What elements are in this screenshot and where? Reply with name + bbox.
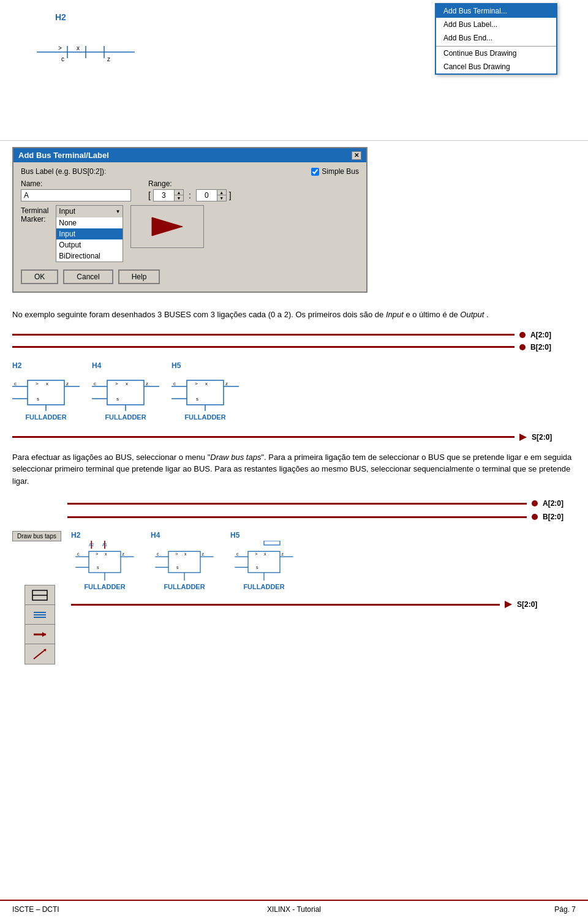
schematic-h5: H5 c > x z s FULLADDER [172, 361, 239, 421]
range-to-input[interactable] [196, 189, 217, 201]
h4-label: H4 [92, 361, 101, 370]
schematic-h4: H4 c > x z s FULLADDER [92, 361, 159, 421]
a-bus-dot [519, 332, 526, 338]
footer-right: Pág. 7 [554, 905, 576, 914]
bottom-h4-sublabel: FULLADDER [164, 583, 205, 590]
svg-text:z: z [225, 381, 228, 386]
name-group: Name: [21, 179, 131, 201]
b-bus-dot [519, 344, 526, 350]
option-none[interactable]: None [56, 217, 123, 228]
range-from-up[interactable]: ▲ [175, 190, 183, 195]
svg-text:x: x [264, 552, 266, 556]
draw-bus-taps-btn-label[interactable]: Draw bus taps [12, 531, 61, 541]
main-content: No exemplo seguinte foram desenhados 3 B… [0, 299, 588, 641]
bottom-section: A[2:0] B[2:0] [12, 499, 576, 619]
bottom-h5-svg: c > x z s [230, 541, 298, 581]
paragraph1-and: e o último é de [405, 310, 458, 319]
toolbar-btn-1[interactable] [25, 585, 55, 605]
range-from-buttons: ▲ ▼ [175, 189, 184, 201]
menu-item-add-bus-terminal[interactable]: Add Bus Terminal... [436, 4, 556, 18]
dialog-close-button[interactable]: ✕ [352, 151, 361, 160]
a-bus-line [12, 334, 514, 336]
paragraph1-text: No exemplo seguinte foram desenhados 3 B… [12, 310, 383, 319]
bottom-h4: H4 c > x z s FULL [151, 531, 218, 590]
simple-bus-checkbox[interactable] [311, 168, 319, 176]
schematic-h2: H2 c > x z s FULLADDER [12, 361, 80, 421]
name-input[interactable] [21, 189, 131, 201]
bottom-a-bus-row: A[2:0] [67, 499, 576, 508]
svg-text:z: z [202, 552, 205, 556]
vertical-toolbar: Draw bus taps [12, 531, 61, 541]
context-menu: Add Bus Terminal... Add Bus Label... Add… [435, 3, 557, 75]
a-bus-row: A[2:0] [12, 331, 576, 339]
range-display: [ ▲ ▼ : ▲ ▼ [148, 189, 232, 201]
svg-text:x: x [205, 381, 208, 386]
dialog-body: Bus Label (e.g. BUS[0:2]): Simple Bus Na… [13, 162, 366, 292]
svg-text:c: c [173, 381, 176, 386]
range-to-up[interactable]: ▲ [217, 190, 226, 195]
svg-text:>: > [195, 381, 198, 386]
toolbar-btn-4[interactable] [25, 644, 55, 664]
add-bus-terminal-dialog: Add Bus Terminal/Label ✕ Bus Label (e.g.… [12, 147, 368, 293]
top-bus-component-svg: > x c z [37, 24, 135, 73]
range-group: Range: [ ▲ ▼ : ▲ [148, 179, 232, 201]
svg-text:s: s [196, 396, 198, 402]
svg-text:s: s [256, 565, 258, 570]
toolbar-icon-4 [31, 647, 48, 661]
svg-text:s: s [37, 396, 39, 402]
a-bus-label: A[2:0] [530, 331, 551, 339]
toolbar-btn-2[interactable] [25, 605, 55, 625]
select-current[interactable]: Input ▼ [56, 206, 123, 217]
paragraph1-dot: . [486, 310, 489, 319]
range-from-spin: ▲ ▼ [153, 189, 184, 201]
close-bracket: ] [229, 190, 232, 200]
paragraph2: Para efectuar as ligações ao BUS, selecc… [12, 451, 576, 487]
select-box[interactable]: Input ▼ None Input Output BiDirectional [56, 205, 123, 262]
range-to-spin: ▲ ▼ [196, 189, 227, 201]
bottom-h4-label: H4 [151, 531, 160, 540]
h2-label-top: H2 [55, 12, 135, 22]
s-bus-arrow-icon [519, 434, 527, 441]
svg-rect-72 [264, 541, 280, 545]
toolbar-btn-3[interactable] [25, 625, 55, 644]
bottom-h5: H5 c > x z s [230, 531, 298, 590]
bottom-h2-label: H2 [71, 531, 80, 540]
menu-item-add-bus-label[interactable]: Add Bus Label... [436, 18, 556, 31]
dialog-buttons-row: OK Cancel Help [21, 267, 359, 287]
h2-label: H2 [12, 361, 21, 370]
ok-button[interactable]: OK [21, 269, 58, 284]
menu-item-cancel-bus-drawing[interactable]: Cancel Bus Drawing [436, 60, 556, 73]
svg-text:>: > [175, 552, 178, 556]
paragraph1-output: Output [460, 310, 484, 319]
range-label: Range: [148, 179, 232, 188]
range-from-down[interactable]: ▼ [175, 195, 183, 201]
bottom-b-label: B[2:0] [543, 513, 564, 521]
range-from-input[interactable] [153, 189, 175, 201]
svg-text:z: z [146, 381, 148, 386]
menu-item-add-bus-end[interactable]: Add Bus End... [436, 31, 556, 45]
marker-type-select[interactable]: Input ▼ None Input Output BiDirectional [56, 205, 123, 262]
menu-item-continue-bus-drawing[interactable]: Continue Bus Drawing [436, 46, 556, 60]
svg-text:A1: A1 [102, 543, 108, 547]
simple-bus-group: Simple Bus [311, 167, 359, 176]
help-button[interactable]: Help [118, 269, 160, 284]
h2-top-schematic: H2 > x c z [37, 12, 135, 75]
svg-text:s: s [116, 396, 119, 402]
b-bus-line [12, 346, 514, 348]
h5-label: H5 [172, 361, 181, 370]
bottom-b-bus-line [67, 516, 527, 518]
toolbar-icon-3 [31, 627, 48, 642]
cancel-button[interactable]: Cancel [63, 269, 113, 284]
simple-bus-label: Simple Bus [322, 167, 359, 176]
svg-text:x: x [184, 552, 187, 556]
range-to-down[interactable]: ▼ [217, 195, 226, 201]
bottom-schematic-area: Draw bus taps H2 A2 A1 [12, 531, 576, 619]
name-label: Name: [21, 179, 131, 188]
open-bracket: [ [148, 190, 151, 200]
terminal-marker-section: Terminal Marker: Input ▼ None Input Outp… [21, 205, 359, 262]
option-input[interactable]: Input [56, 228, 123, 239]
option-output[interactable]: Output [56, 239, 123, 250]
bottom-h2-sublabel: FULLADDER [84, 583, 125, 590]
option-bidirectional[interactable]: BiDirectional [56, 250, 123, 261]
bottom-schematic-row: H2 A2 A1 c [71, 531, 576, 590]
